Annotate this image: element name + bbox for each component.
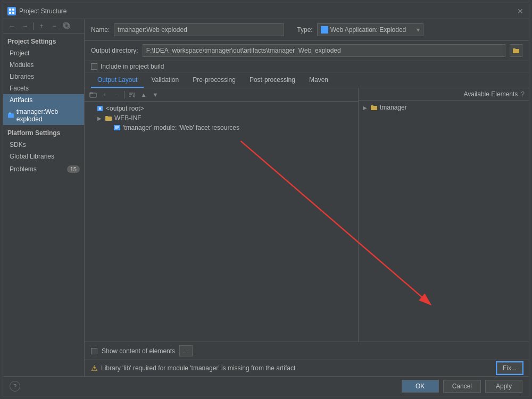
warning-left: ⚠ Library 'lib' required for module 'tma… (91, 364, 295, 372)
svg-rect-2 (9, 12, 11, 14)
svg-rect-25 (371, 105, 373, 106)
type-label: Type: (297, 26, 312, 34)
output-area: + − ▲ ▼ (85, 88, 529, 342)
svg-rect-5 (64, 23, 68, 27)
ok-button[interactable]: OK (402, 380, 439, 393)
svg-rect-0 (9, 9, 11, 11)
tree-sort-btn[interactable] (127, 90, 137, 99)
warning-row: ⚠ Library 'lib' required for module 'tma… (85, 360, 529, 376)
show-content-label: Show content of elements (102, 347, 175, 355)
type-select[interactable]: Web Application: Exploded ▾ (317, 23, 423, 36)
tabs-bar: Output Layout Validation Pre-processing … (85, 73, 529, 88)
tree-remove-btn[interactable]: − (111, 90, 122, 99)
sidebar-item-modules[interactable]: Modules (3, 59, 84, 71)
tree-down-btn[interactable]: ▼ (150, 90, 161, 99)
warning-text: Library 'lib' required for module 'tmana… (101, 364, 295, 372)
dialog-footer: ? OK Cancel Apply (3, 376, 529, 396)
svg-rect-3 (12, 12, 14, 14)
artifact-icon (7, 112, 14, 119)
svg-rect-19 (105, 116, 108, 117)
forward-button[interactable]: → (19, 21, 31, 31)
right-tree: Available Elements ? ▶ tmanager (359, 88, 529, 342)
include-row: Include in project build (85, 61, 529, 73)
svg-rect-18 (105, 117, 112, 121)
svg-rect-1 (12, 9, 14, 11)
show-content-options-button[interactable]: ... (179, 345, 193, 356)
expand-arrow-available: ▶ (363, 105, 368, 111)
tab-maven[interactable]: Maven (303, 73, 335, 88)
warning-icon: ⚠ (91, 364, 98, 372)
svg-rect-7 (9, 113, 11, 114)
help-button[interactable]: ? (10, 381, 20, 392)
svg-rect-24 (371, 106, 377, 110)
project-settings-header: Project Settings (3, 34, 84, 47)
remove-button[interactable]: − (48, 21, 60, 31)
show-content-checkbox[interactable] (91, 348, 97, 354)
output-dir-input[interactable] (143, 44, 505, 57)
svg-rect-6 (8, 113, 14, 118)
available-label: Available Elements (463, 90, 518, 98)
tab-preprocessing[interactable]: Pre-processing (186, 73, 242, 88)
help-icon-available[interactable]: ? (521, 90, 525, 98)
problems-badge: 15 (67, 165, 80, 173)
expand-arrow-webinf: ▶ (97, 115, 103, 121)
dialog-icon (7, 7, 16, 15)
facet-icon (113, 124, 121, 131)
sidebar-item-facets[interactable]: Facets (3, 82, 84, 94)
toolbar-separator (33, 22, 34, 30)
sidebar-item-problems[interactable]: Problems 15 (3, 162, 84, 176)
root-icon (96, 105, 104, 112)
dialog-title: Project Structure (19, 7, 66, 15)
folder-icon-webinf (105, 114, 112, 122)
tree-node-webinf[interactable]: ▶ WEB-INF (85, 113, 358, 123)
apply-button[interactable]: Apply (485, 380, 522, 393)
tree-toolbar: + − ▲ ▼ (85, 88, 358, 102)
svg-rect-8 (513, 49, 519, 53)
sidebar-item-libraries[interactable]: Libraries (3, 71, 84, 82)
svg-rect-4 (65, 24, 69, 28)
tree-node-facet[interactable]: 'tmanager' module: 'Web' facet resources (85, 123, 358, 132)
name-label: Name: (91, 26, 110, 34)
include-label: Include in project build (101, 63, 164, 70)
title-bar-left: Project Structure (7, 7, 66, 15)
sidebar: ← → + − Project Settings Project Modules… (3, 19, 85, 376)
tree-up-btn[interactable]: ▲ (138, 90, 149, 99)
tab-output-layout[interactable]: Output Layout (91, 73, 144, 88)
project-structure-dialog: Project Structure ✕ ← → + − Project Sett… (3, 3, 529, 396)
sidebar-item-artifacts[interactable]: Artifacts (3, 94, 84, 106)
sidebar-item-project[interactable]: Project (3, 47, 84, 59)
back-button[interactable]: ← (6, 21, 18, 31)
cancel-button[interactable]: Cancel (443, 380, 481, 393)
sep2 (124, 91, 124, 98)
available-header: Available Elements ? (359, 88, 529, 101)
available-tree-node-tmanager[interactable]: ▶ tmanager (359, 103, 529, 112)
tab-postprocessing[interactable]: Post-processing (243, 73, 302, 88)
copy-button[interactable] (61, 21, 73, 31)
output-dir-label: Output directory: (91, 47, 138, 54)
title-bar: Project Structure ✕ (3, 3, 529, 19)
tree-content: <output root> ▶ WEB-INF (85, 102, 358, 342)
artifact-entry[interactable]: tmanager:Web exploded (3, 106, 84, 125)
bottom-bar: Show content of elements ... (85, 342, 529, 360)
include-checkbox[interactable] (91, 63, 97, 70)
sidebar-item-sdks[interactable]: SDKs (3, 139, 84, 151)
sidebar-item-global-libraries[interactable]: Global Libraries (3, 151, 84, 162)
tree-node-root[interactable]: <output root> (85, 104, 358, 113)
tree-add-btn[interactable]: + (99, 90, 110, 99)
fix-button[interactable]: Fix... (497, 362, 522, 374)
tab-validation[interactable]: Validation (145, 73, 185, 88)
output-dir-row: Output directory: (85, 41, 529, 61)
nav-toolbar: ← → + − (3, 19, 84, 34)
add-button[interactable]: + (36, 21, 47, 31)
left-tree: + − ▲ ▼ (85, 88, 359, 342)
right-tree-content: ▶ tmanager (359, 101, 529, 342)
svg-rect-9 (513, 48, 516, 49)
main-panel: Name: Type: Web Application: Exploded ▾ … (85, 19, 529, 376)
type-select-icon (321, 26, 328, 34)
folder-icon (512, 47, 520, 54)
close-button[interactable]: ✕ (516, 7, 525, 15)
browse-button[interactable] (510, 44, 522, 57)
tree-folder-btn[interactable] (88, 90, 98, 99)
name-input[interactable] (114, 23, 284, 36)
type-dropdown-arrow: ▾ (417, 26, 420, 34)
